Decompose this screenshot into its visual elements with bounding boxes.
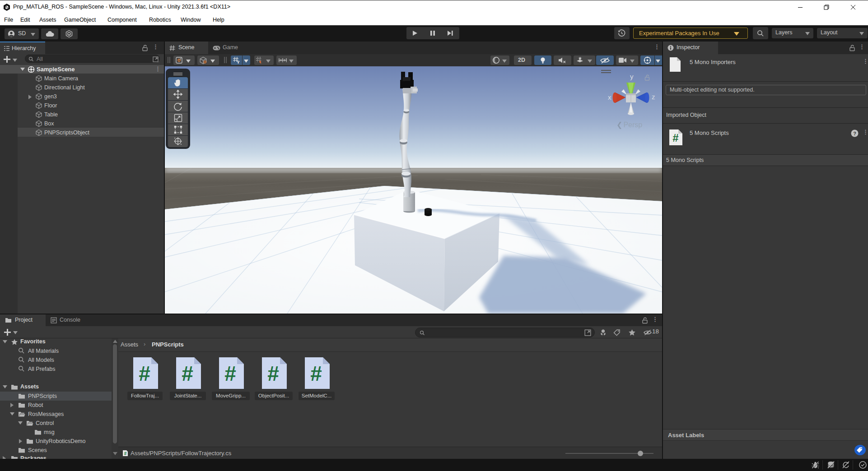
svg-text:#: # [672, 132, 678, 144]
svg-text:Y: Y [237, 60, 239, 65]
svg-text:z: z [652, 93, 655, 101]
svg-text:?: ? [853, 131, 856, 136]
svg-text:y: y [630, 73, 634, 80]
svg-text:x: x [608, 93, 611, 101]
svg-text:#: # [124, 451, 127, 456]
